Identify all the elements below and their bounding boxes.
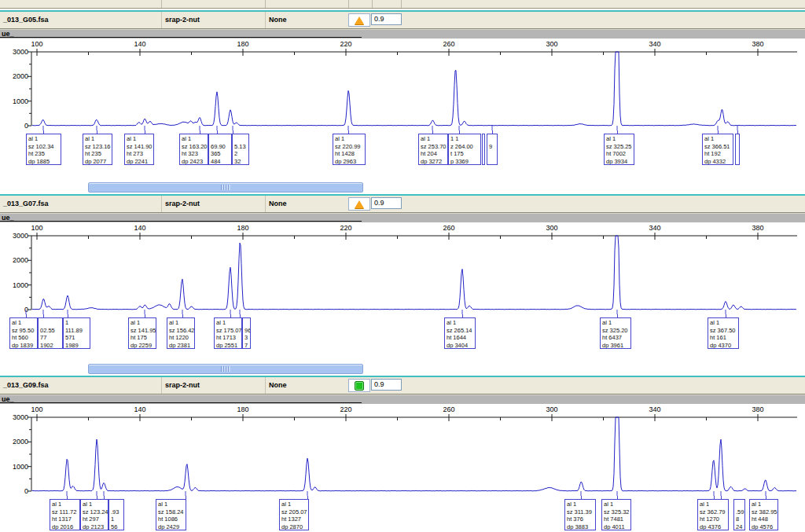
peak-label-line: dp 4370 — [710, 342, 738, 350]
svg-text:3000: 3000 — [13, 413, 28, 421]
peak-label-line: 69.90 — [211, 143, 231, 151]
peak-label-box[interactable]: al 1sz 325.32ht 7481dp 4011 — [601, 499, 631, 530]
threshold-input[interactable]: 0.9 — [371, 197, 402, 209]
peak-label-box[interactable]: 69.90365484 — [208, 134, 232, 165]
peak-label-box[interactable]: .93156 — [108, 499, 124, 530]
peak-label-line: sz 382.95 — [752, 508, 777, 516]
peak-label-line: p 3369 — [450, 158, 480, 166]
svg-text:380: 380 — [752, 40, 763, 48]
sample-panel: _013_G07.fsa srap-2-nut None 0.9 ue_ 100… — [0, 180, 805, 351]
sample-panel: _013_G09.fsa srap-2-nut None 0.9 ue_ 100… — [0, 361, 805, 532]
peak-label-box[interactable] — [735, 134, 740, 165]
peak-label-line: al 1 — [335, 135, 365, 143]
peak-label-line: ht 7002 — [606, 150, 634, 158]
peak-label-box[interactable]: 9637 — [242, 317, 251, 349]
peak-label-box[interactable]: al 1sz 163.20ht 323dp 2423 — [179, 134, 208, 165]
peak-label-line: sz 175.07 — [216, 327, 241, 335]
peak-label-line: al 1 — [127, 135, 153, 143]
peak-label-line: dp 2963 — [335, 158, 365, 166]
peak-label-box[interactable]: al 1sz 382.95ht 448dp 4576 — [749, 499, 778, 530]
peak-label-box[interactable]: al 1sz 367.50ht 161dp 4370 — [708, 317, 739, 349]
peak-label-box[interactable]: .59824 — [733, 499, 745, 530]
sample-header-row[interactable]: _013_G09.fsa srap-2-nut None 0.9 — [0, 376, 805, 394]
peak-label-box[interactable]: al 1sz 325.25ht 7002dp 3934 — [604, 134, 634, 165]
peak-label-box[interactable]: 1 1z 264.00t 175p 3369 — [448, 134, 481, 165]
threshold-input[interactable]: 0.9 — [371, 379, 402, 391]
peak-label-box[interactable]: al 1sz 141.90ht 273dp 2241 — [124, 134, 154, 165]
scrollbar-thumb[interactable] — [88, 182, 363, 193]
svg-text:140: 140 — [134, 405, 145, 413]
peak-label-line: ht 1713 — [216, 334, 241, 342]
peak-label-box[interactable]: al 1sz 123.24ht 297dp 2123 — [80, 499, 108, 530]
peak-label-line: sz 123.16 — [85, 143, 112, 151]
peak-label-line: dp 3934 — [606, 158, 634, 166]
column-divider — [265, 377, 266, 394]
peak-label-connector — [240, 314, 241, 317]
peak-label-box[interactable] — [482, 134, 485, 165]
peak-label-line: sz 95.50 — [12, 327, 37, 335]
peak-label-box[interactable]: 9 — [487, 134, 498, 165]
peak-label-line: dp 2381 — [169, 342, 194, 350]
electropherogram-plot[interactable]: 1001401802202603003403803000200010000 — [0, 222, 805, 314]
peak-label-box[interactable]: 5.13232 — [232, 134, 249, 165]
svg-text:220: 220 — [340, 40, 351, 48]
peak-label-line: ht 175 — [130, 334, 156, 342]
peak-label-line: dp 2241 — [127, 158, 153, 166]
threshold-input[interactable]: 0.9 — [371, 13, 402, 25]
peak-label-line: z 264.00 — [450, 143, 480, 151]
svg-text:140: 140 — [134, 40, 145, 48]
sample-header-row[interactable]: _013_G05.fsa srap-2-nut None 0.9 — [0, 10, 805, 29]
peak-label-line: dp 2123 — [83, 523, 108, 531]
electropherogram-plot[interactable]: 1001401802202603003403803000200010000 — [0, 39, 805, 130]
peak-label-box[interactable]: al 1sz 123.16ht 235dp 2077 — [83, 134, 112, 165]
peak-label-line: al 1 — [85, 135, 112, 143]
peak-label-line: sz 205.07 — [281, 508, 308, 516]
peak-label-line: 1902 — [40, 342, 62, 350]
peak-label-line — [489, 135, 497, 143]
peak-label-line — [737, 143, 739, 151]
peak-label-line: al 1 — [752, 501, 777, 508]
peak-label-line: dp 3961 — [602, 342, 630, 350]
status-icon-box — [348, 379, 370, 392]
peak-label-box[interactable]: al 1sz 205.07ht 1327dp 2870 — [279, 499, 309, 530]
peak-label-box[interactable]: 1111.895711989 — [63, 317, 90, 349]
peak-label-box[interactable]: al 1sz 311.39ht 376dp 3883 — [564, 499, 596, 530]
dye-label-underline — [0, 37, 362, 38]
peak-label-box[interactable]: al 1sz 220.99ht 1428dp 2963 — [333, 134, 366, 165]
scrollbar-thumb[interactable] — [88, 364, 363, 374]
peak-label-box[interactable]: al 1sz 362.79ht 1270dp 4376 — [697, 499, 729, 530]
peak-label-box[interactable]: al 1sz 141.95ht 175dp 2259 — [128, 317, 156, 349]
peak-label-box[interactable]: al 1sz 325.20ht 6437dp 3961 — [600, 317, 631, 349]
horizontal-scrollbar-track[interactable] — [0, 180, 805, 194]
peak-label-line: 9 — [489, 143, 497, 151]
peak-label-box[interactable]: 02.55771902 — [38, 317, 63, 349]
peak-label-line: al 1 — [52, 501, 79, 508]
peak-label-box[interactable]: al 1sz 111.72ht 1317dp 2016 — [50, 499, 80, 530]
peak-label-line: sz 311.39 — [567, 508, 595, 516]
sample-header-row[interactable]: _013_G07.fsa srap-2-nut None 0.9 — [0, 194, 805, 213]
peak-label-line: dp 4376 — [700, 523, 728, 531]
peak-label-line — [737, 150, 739, 158]
peak-label-line: dp 3404 — [447, 342, 475, 350]
peak-label-box[interactable]: al 1sz 158.24ht 1086dp 2429 — [156, 499, 186, 530]
svg-text:260: 260 — [443, 224, 454, 232]
electropherogram-plot[interactable]: 1001401802202603003403803000200010000 — [0, 404, 805, 496]
peak-label-line: dp 2016 — [52, 523, 79, 531]
peak-label-box[interactable]: al 1sz 102.34ht 235dp 1885 — [26, 134, 61, 165]
peak-label-box[interactable]: al 1sz 265.14ht 1644dp 3404 — [444, 317, 476, 349]
peak-label-line: ht 6437 — [602, 334, 630, 342]
peak-label-box[interactable]: al 1sz 95.50ht 560dp 1839 — [9, 317, 38, 349]
peak-label-line: ht 1428 — [335, 150, 365, 158]
peak-label-box[interactable]: al 1sz 156.42ht 1220dp 2381 — [167, 317, 195, 349]
peak-label-box[interactable]: al 1sz 175.07ht 1713dp 2551 — [214, 317, 242, 349]
peak-label-box[interactable]: al 1sz 253.70ht 204dp 3272 — [418, 134, 448, 165]
svg-text:260: 260 — [443, 405, 454, 413]
peak-label-line: sz 265.14 — [447, 327, 475, 335]
peak-label-box[interactable]: al 1sz 366.51ht 192dp 4332 — [702, 134, 733, 165]
peak-label-line: dp 1839 — [12, 342, 37, 350]
peak-label-line: ht 7481 — [604, 515, 630, 523]
horizontal-scrollbar-track[interactable] — [0, 361, 805, 376]
peak-label-line: dp 2551 — [216, 342, 241, 350]
peak-label-line: ht 161 — [710, 334, 738, 342]
quality-value: None — [269, 377, 287, 393]
